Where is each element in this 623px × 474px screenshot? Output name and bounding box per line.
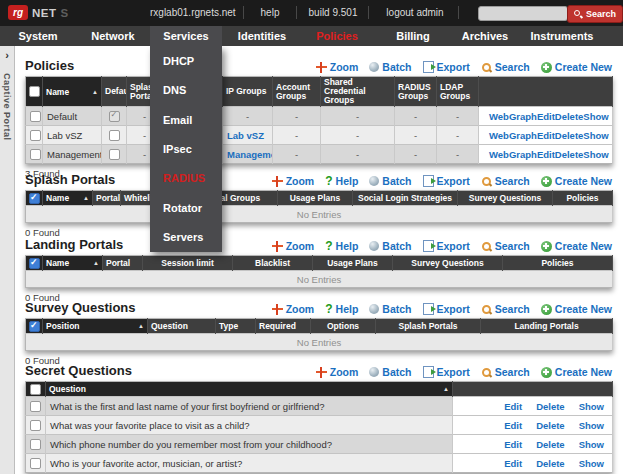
- column-header-default[interactable]: Default: [102, 77, 127, 107]
- batch-button[interactable]: Batch: [369, 240, 411, 252]
- nav-item-billing[interactable]: Billing: [396, 26, 430, 46]
- show-link[interactable]: Show: [583, 111, 608, 122]
- column-header-name[interactable]: Name: [46, 87, 69, 97]
- graph-link[interactable]: Graph: [509, 149, 537, 160]
- show-link[interactable]: Show: [583, 130, 608, 141]
- nav-item-instruments[interactable]: Instruments: [531, 26, 594, 46]
- help-link[interactable]: help: [250, 7, 290, 18]
- column-header-question[interactable]: Question: [148, 319, 216, 334]
- web-link[interactable]: Web: [489, 111, 509, 122]
- zoom-button[interactable]: Zoom: [316, 366, 359, 378]
- create-new-button[interactable]: Create New: [541, 303, 612, 315]
- create-new-button[interactable]: Create New: [541, 366, 612, 378]
- search-button[interactable]: Search: [481, 61, 530, 73]
- edit-link[interactable]: Edit: [537, 130, 555, 141]
- zoom-button[interactable]: Zoom: [272, 175, 315, 187]
- expand-panel-chevron-icon[interactable]: ›: [0, 49, 14, 61]
- column-header-name[interactable]: Name: [46, 258, 69, 268]
- delete-link[interactable]: Delete: [536, 439, 565, 450]
- export-button[interactable]: Export: [423, 175, 470, 187]
- delete-link[interactable]: Delete: [536, 401, 565, 412]
- select-all-checkbox[interactable]: [29, 258, 40, 269]
- column-header-splash-portals[interactable]: Splash Portals: [376, 319, 481, 334]
- column-header-account-groups[interactable]: Account Groups: [273, 77, 321, 107]
- delete-link[interactable]: Delete: [536, 420, 565, 431]
- column-header-session-limit[interactable]: Session limit: [143, 256, 233, 271]
- menu-item-dns[interactable]: DNS: [150, 75, 222, 104]
- row-checkbox[interactable]: [30, 420, 41, 431]
- web-link[interactable]: Web: [489, 149, 509, 160]
- nav-item-archives[interactable]: Archives: [462, 26, 508, 46]
- column-header-survey-questions[interactable]: Survey Questions: [393, 256, 503, 271]
- row-checkbox[interactable]: [30, 111, 41, 122]
- nav-item-system[interactable]: System: [18, 26, 57, 46]
- row-checkbox[interactable]: [30, 458, 41, 469]
- nav-item-services[interactable]: Services: [163, 26, 208, 46]
- nav-item-network[interactable]: Network: [91, 26, 134, 46]
- export-button[interactable]: Export: [423, 61, 470, 73]
- row-checkbox[interactable]: [30, 401, 41, 412]
- menu-item-rotator[interactable]: Rotator: [150, 193, 222, 222]
- column-header-question[interactable]: Question: [49, 384, 86, 394]
- column-header-name[interactable]: Name: [46, 193, 69, 203]
- zoom-button[interactable]: Zoom: [272, 303, 315, 315]
- column-header-blacklist[interactable]: Blacklist: [233, 256, 313, 271]
- edit-link[interactable]: Edit: [537, 149, 555, 160]
- menu-item-servers[interactable]: Servers: [150, 223, 222, 252]
- column-header-portal[interactable]: Portal: [93, 191, 121, 206]
- column-header-usage-plans[interactable]: Usage Plans: [313, 256, 393, 271]
- menu-item-email[interactable]: Email: [150, 105, 222, 134]
- export-button[interactable]: Export: [423, 366, 470, 378]
- graph-link[interactable]: Graph: [509, 130, 537, 141]
- ip-group-link[interactable]: Management: [227, 149, 273, 160]
- batch-button[interactable]: Batch: [369, 303, 411, 315]
- batch-button[interactable]: Batch: [369, 61, 411, 73]
- column-header-ldap-groups[interactable]: LDAP Groups: [437, 77, 479, 107]
- edit-link[interactable]: Edit: [504, 420, 522, 431]
- column-header-options[interactable]: Options: [311, 319, 376, 334]
- select-all-checkbox[interactable]: [30, 384, 41, 395]
- web-link[interactable]: Web: [489, 130, 509, 141]
- row-checkbox[interactable]: [30, 130, 41, 141]
- global-search-button[interactable]: Search: [567, 5, 623, 23]
- edit-link[interactable]: Edit: [504, 439, 522, 450]
- row-checkbox[interactable]: [30, 149, 41, 160]
- show-link[interactable]: Show: [579, 439, 604, 450]
- menu-item-ipsec[interactable]: IPsec: [150, 134, 222, 163]
- column-header-survey-questions[interactable]: Survey Questions: [458, 191, 553, 206]
- search-button[interactable]: Search: [481, 303, 530, 315]
- delete-link[interactable]: Delete: [555, 130, 584, 141]
- create-new-button[interactable]: Create New: [541, 61, 612, 73]
- help-button[interactable]: ?Help: [325, 303, 358, 315]
- show-link[interactable]: Show: [579, 401, 604, 412]
- column-header-type[interactable]: Type: [216, 319, 256, 334]
- menu-item-radius[interactable]: RADIUS: [150, 164, 222, 193]
- select-all-checkbox[interactable]: [29, 321, 40, 332]
- delete-link[interactable]: Delete: [536, 458, 565, 469]
- nav-item-policies[interactable]: Policies: [316, 26, 358, 46]
- ip-group-link[interactable]: Lab vSZ: [227, 130, 264, 141]
- show-link[interactable]: Show: [579, 458, 604, 469]
- column-header-required[interactable]: Required: [256, 319, 311, 334]
- search-button[interactable]: Search: [481, 240, 530, 252]
- column-header-shared-credential-groups[interactable]: Shared Credential Groups: [321, 77, 395, 107]
- export-button[interactable]: Export: [423, 240, 470, 252]
- search-button[interactable]: Search: [481, 175, 530, 187]
- column-header-portal[interactable]: Portal: [103, 256, 143, 271]
- help-button[interactable]: ?Help: [325, 175, 358, 187]
- edit-link[interactable]: Edit: [504, 458, 522, 469]
- global-search-input[interactable]: [478, 6, 568, 21]
- select-all-checkbox[interactable]: [29, 193, 40, 204]
- column-header-policies[interactable]: Policies: [553, 191, 613, 206]
- logout-link[interactable]: logout admin: [378, 7, 452, 18]
- zoom-button[interactable]: Zoom: [316, 61, 359, 73]
- show-link[interactable]: Show: [583, 149, 608, 160]
- delete-link[interactable]: Delete: [555, 111, 584, 122]
- column-header-position[interactable]: Position: [46, 321, 80, 331]
- batch-button[interactable]: Batch: [369, 366, 411, 378]
- hostname-link[interactable]: rxglab01.rgnets.net: [150, 7, 234, 18]
- export-button[interactable]: Export: [423, 303, 470, 315]
- graph-link[interactable]: Graph: [509, 111, 537, 122]
- show-link[interactable]: Show: [579, 420, 604, 431]
- column-header-ip-groups[interactable]: IP Groups: [223, 77, 273, 107]
